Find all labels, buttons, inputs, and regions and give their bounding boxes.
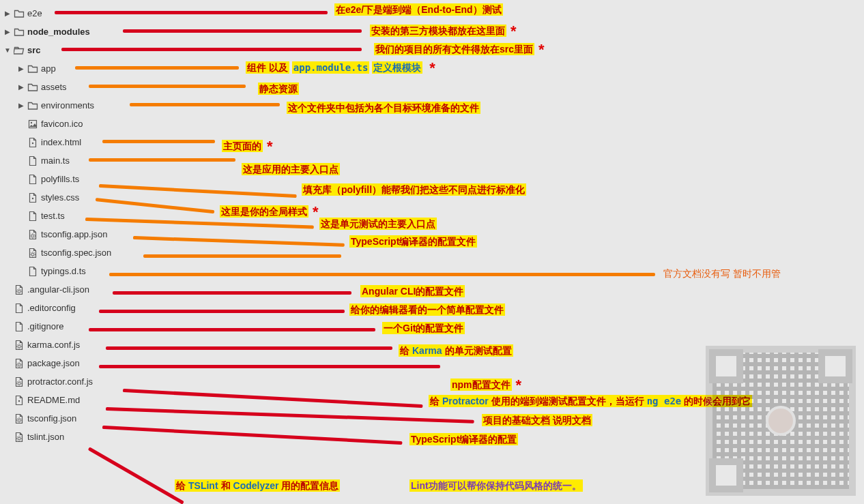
expand-arrow-icon[interactable]: ▶ xyxy=(3,10,12,17)
expand-arrow-icon[interactable]: ▶ xyxy=(16,65,26,72)
config-file-icon xyxy=(12,376,26,387)
tree-label: styles.css xyxy=(40,192,79,203)
star-icon: * xyxy=(512,376,522,394)
annotation-readme: 项目的基础文档 说明文档 xyxy=(482,415,592,427)
annotation-package: npm配置文件* xyxy=(450,376,521,394)
connector-line xyxy=(113,291,351,295)
file-icon xyxy=(26,174,40,185)
config-file-icon xyxy=(12,432,26,443)
annotation-tsconfig: TypeScript编译器的配置 xyxy=(409,434,518,446)
config-file-icon xyxy=(12,340,26,351)
folder-icon xyxy=(26,100,40,111)
tree-label: index.html xyxy=(40,137,81,147)
connector-line xyxy=(89,328,375,331)
connector-line xyxy=(61,48,362,51)
tree-label: .gitignore xyxy=(26,321,63,331)
annotation-typings: 官方文档没有写 暂时不用管 xyxy=(663,268,781,280)
tree-label: test.ts xyxy=(40,211,65,221)
tree-label: package.json xyxy=(26,358,80,368)
connector-line xyxy=(99,365,440,368)
file-icon xyxy=(12,321,26,332)
tree-label: favicon.ico xyxy=(40,119,83,129)
connector-line xyxy=(123,29,362,33)
config-file-icon xyxy=(12,358,26,369)
annotation-tsconfig-app: TypeScript编译器的配置文件 xyxy=(349,236,477,248)
annotation-assets: 静态资源 xyxy=(258,83,299,95)
annotation-index: 主页面的* xyxy=(222,138,273,155)
tree-label: .editorconfig xyxy=(26,303,76,313)
tree-label: assets xyxy=(40,82,67,92)
annotation-main: 这是应用的主要入口点 xyxy=(242,164,340,176)
annotation-src: 我们的项目的所有文件得放在src里面* xyxy=(374,41,545,59)
file-icon xyxy=(26,266,40,277)
annotation-tslint: 给TSLint和Codelyzer用的配置信息 xyxy=(175,480,340,492)
star-icon: * xyxy=(534,41,545,58)
tree-label: typings.d.ts xyxy=(40,266,86,276)
qr-code-watermark xyxy=(706,346,856,496)
annotation-e2e: 在e2e/下是端到端（End-to-End）测试 xyxy=(334,4,503,16)
config-file-icon xyxy=(26,248,40,258)
tree-label: polyfills.ts xyxy=(40,174,79,184)
annotation-protractor: 给Protractor使用的端到端测试配置文件，当运行ng e2e的时候会用到它 xyxy=(429,396,752,408)
config-file-icon xyxy=(12,413,26,424)
file-icon xyxy=(26,192,40,203)
config-file-icon xyxy=(26,229,40,240)
annotation-node-modules: 安装的第三方模块都放在这里面* xyxy=(370,23,517,40)
expand-arrow-icon[interactable]: ▶ xyxy=(16,102,26,109)
file-icon xyxy=(26,155,40,166)
tree-label: app xyxy=(40,63,56,74)
file-icon xyxy=(12,395,26,406)
tree-label: tsconfig.app.json xyxy=(40,229,108,239)
folder-icon xyxy=(26,82,40,93)
star-icon: * xyxy=(506,23,517,40)
connector-line xyxy=(130,103,280,106)
tree-label: .angular-cli.json xyxy=(26,284,89,295)
tree-label: tsconfig.spec.json xyxy=(40,248,111,258)
connector-line xyxy=(75,66,239,70)
expand-arrow-icon[interactable]: ▶ xyxy=(3,28,12,35)
expand-arrow-icon[interactable]: ▶ xyxy=(16,83,26,91)
tree-label: karma.conf.js xyxy=(26,340,80,350)
tree-row-favicon[interactable]: favicon.ico xyxy=(3,115,864,133)
annotation-app: 组件 以及 app.module.ts 定义根模块 * xyxy=(246,59,435,77)
collapse-arrow-icon[interactable]: ▼ xyxy=(3,46,12,54)
folder-icon xyxy=(12,27,26,38)
config-file-icon xyxy=(12,284,26,295)
tree-label: src xyxy=(26,45,41,55)
tree-label: main.ts xyxy=(40,155,70,166)
tree-label: README.md xyxy=(26,395,80,405)
annotation-environments: 这个文件夹中包括为各个目标环境准备的文件 xyxy=(287,102,480,115)
tree-label: environments xyxy=(40,100,94,110)
annotation-editorconfig: 给你的编辑器看的一个简单配置文件 xyxy=(349,304,505,316)
annotation-gitignore: 一个Git的配置文件 xyxy=(382,323,465,335)
tree-label: tsconfig.json xyxy=(26,413,76,424)
annotation-karma: 给Karma的单元测试配置 xyxy=(399,345,513,357)
connector-line xyxy=(88,447,184,504)
star-icon: * xyxy=(263,138,273,155)
tree-label: protractor.conf.js xyxy=(26,376,93,387)
connector-line xyxy=(102,140,215,143)
file-icon xyxy=(26,211,40,222)
folder-icon xyxy=(12,8,26,19)
file-icon xyxy=(26,137,40,148)
image-file-icon xyxy=(26,119,40,130)
connector-line xyxy=(99,310,345,313)
tree-label: e2e xyxy=(26,8,42,18)
annotation-polyfills: 填充库（polyfill）能帮我们把这些不同点进行标准化 xyxy=(302,184,526,196)
annotation-tslint-extra: Lint功能可以帮你保持代码风格的统一。 xyxy=(409,480,583,492)
annotation-styles: 这里是你的全局样式* xyxy=(220,203,319,221)
connector-line xyxy=(55,11,328,14)
file-icon xyxy=(12,303,26,314)
folder-icon xyxy=(26,63,40,74)
star-icon: * xyxy=(308,203,319,220)
annotation-test: 这是单元测试的主要入口点 xyxy=(319,218,437,231)
folder-open-icon xyxy=(12,45,26,56)
connector-line xyxy=(89,85,246,88)
tree-label: node_modules xyxy=(26,27,90,37)
star-icon: * xyxy=(425,59,435,76)
annotation-angular-cli: Angular CLI的配置文件 xyxy=(360,286,465,298)
connector-line xyxy=(143,254,341,258)
connector-line xyxy=(109,273,655,276)
connector-line xyxy=(106,346,392,350)
connector-line xyxy=(89,158,235,162)
